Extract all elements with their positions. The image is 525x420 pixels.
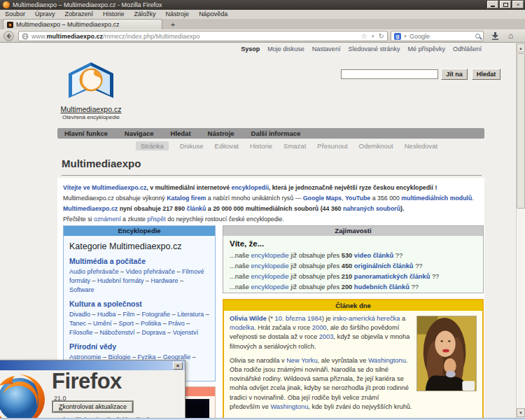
personal-link-prispevky[interactable]: Mé příspěvky <box>407 46 445 52</box>
wiki-search-input[interactable] <box>341 69 438 79</box>
category-multimedia[interactable]: Multimédia a počítače <box>69 257 209 265</box>
go-button[interactable]: Jít na <box>441 69 468 80</box>
site-logo[interactable]: Multimediaexpo.cz Otevřená encyklopedie <box>59 62 122 120</box>
nav-hledat[interactable]: Hledat <box>171 130 191 137</box>
page-title: Multimediaexpo <box>62 158 141 169</box>
site-identity-globe-icon <box>22 33 29 40</box>
url-dropdown-icon[interactable]: ▼ <box>371 33 375 40</box>
fact-line: ...naše encyklopedie již obsahuje přes 4… <box>230 261 477 272</box>
menu-zalozky[interactable]: Záložky <box>130 10 161 19</box>
tab-smazat[interactable]: Smazat <box>284 142 306 150</box>
new-tab-button[interactable]: + <box>167 20 179 29</box>
menu-napoveda[interactable]: Nápověda <box>194 10 232 19</box>
back-button[interactable] <box>4 31 14 41</box>
browser-window: Multimediaexpo – Multimediaexpo.cz - Moz… <box>0 0 525 420</box>
menu-soubor[interactable]: Soubor <box>0 10 30 19</box>
personal-link-odhlaseni[interactable]: Odhlášení <box>453 46 482 52</box>
tab-historie[interactable]: Historie <box>250 142 272 150</box>
dialog-close-icon[interactable]: × <box>173 362 183 370</box>
tab-stranka[interactable]: Stránka <box>136 141 169 150</box>
google-engine-icon[interactable]: g <box>394 33 401 40</box>
dialog-app-name: Firefox <box>52 369 122 394</box>
site-logo-subtitle: Otevřená encyklopedie <box>59 114 122 120</box>
tab-editovat[interactable]: Editovat <box>215 142 239 150</box>
scrollbar-thumb[interactable] <box>517 53 525 209</box>
browser-search-box[interactable]: g ▼ <box>391 31 484 41</box>
engine-dropdown-icon[interactable]: ▼ <box>403 33 407 40</box>
page-action-tabs: Stránka Diskuse Editovat Historie Smazat… <box>57 141 484 150</box>
minimize-button[interactable] <box>487 1 498 8</box>
menu-upravy[interactable]: Úpravy <box>30 10 60 19</box>
menu-bar: Soubor Úpravy Zobrazení Historie Záložky… <box>0 10 525 19</box>
tab-diskuse[interactable]: Diskuse <box>180 142 204 150</box>
zajimavosti-header: Zajímavosti <box>223 226 483 236</box>
firefox-logo <box>0 372 47 420</box>
wiki-nav-strip: Hlavní funkce Navigace Hledat Nástroje D… <box>57 128 484 139</box>
clanek-dne-header: Článek dne <box>224 300 482 311</box>
about-firefox-dialog: × Firefox 21.0 Zkontrolovat aktualizace … <box>0 360 186 420</box>
url-bar[interactable]: www.multimediaexpo.cz/mmecz/index.php/Mu… <box>18 31 388 41</box>
tab-nesledovat[interactable]: Nesledovat <box>405 142 438 150</box>
category-kultura[interactable]: Kultura a společnost <box>69 300 209 308</box>
search-button[interactable]: Hledat <box>472 69 500 80</box>
url-text: www.multimediaexpo.cz/mmecz/index.php/Mu… <box>31 33 358 40</box>
window-title: Multimediaexpo – Multimediaexpo.cz - Moz… <box>13 0 162 10</box>
personal-link-moje-diskuse[interactable]: Moje diskuse <box>267 46 304 52</box>
personal-link-sledovane[interactable]: Sledované stránky <box>348 46 400 52</box>
tab-bar: Multimediaexpo – Multimediaexpo.cz + <box>0 19 525 29</box>
category-links[interactable]: Divadlo – Hudba – Film – Fotografie – Li… <box>69 310 209 337</box>
encyklopedie-header: Encyklopedie <box>64 226 215 236</box>
personal-links: Sysop Moje diskuse Nastavení Sledované s… <box>241 46 482 52</box>
encyklopedie-box: Encyklopedie Kategorie Multimediaexpo.cz… <box>63 225 216 382</box>
site-logo-title[interactable]: Multimediaexpo.cz <box>59 105 122 113</box>
tab-presunout[interactable]: Přesunout <box>317 142 347 150</box>
zajimavosti-box: Zajímavosti Víte, že... ...naše encyklop… <box>223 225 484 293</box>
reload-icon[interactable]: ↻ <box>379 33 384 40</box>
nav-nastroje[interactable]: Nástroje <box>208 130 234 137</box>
tab-favicon <box>7 22 13 28</box>
menu-historie[interactable]: Historie <box>98 10 130 19</box>
olivia-wilde-photo[interactable] <box>416 316 477 391</box>
bookmark-star-icon[interactable]: ☆ <box>361 33 368 40</box>
category-links[interactable]: Audio přehrávače – Video přehrávače – Fi… <box>69 267 209 295</box>
scroll-up-icon[interactable]: ▲ <box>517 43 525 52</box>
tab-odemknout[interactable]: Odemknout <box>359 142 393 150</box>
intro-line-3: Multimediaexpo.cz nyní obsahuje 217 890 … <box>63 204 479 214</box>
tab-title: Multimediaexpo – Multimediaexpo.cz <box>16 21 120 28</box>
menu-zobrazeni[interactable]: Zobrazení <box>60 10 99 19</box>
navigation-toolbar: www.multimediaexpo.cz/mmecz/index.php/Mu… <box>0 29 525 43</box>
vite-ze-heading: Víte, že... <box>230 239 477 248</box>
close-button[interactable]: × <box>512 1 524 8</box>
fact-line: ...naše encyklopedie již obsahuje přes 2… <box>230 282 477 293</box>
categories-heading: Kategorie Multimediaexpo.cz <box>69 241 209 251</box>
nav-navigace[interactable]: Navigace <box>125 130 154 137</box>
intro-line-1: Vítejte ve Multimediaexpo.cz, v multimed… <box>63 183 479 193</box>
browser-tab[interactable]: Multimediaexpo – Multimediaexpo.cz <box>3 19 162 29</box>
browser-search-input[interactable] <box>410 33 473 40</box>
downloads-button[interactable] <box>491 31 499 42</box>
intro-line-2: Multimediaexpo.cz obsahuje výkonný Katal… <box>63 193 479 204</box>
category-prirodni-vedy[interactable]: Přírodní vědy <box>69 342 209 351</box>
scroll-down-icon[interactable]: ▼ <box>517 408 525 417</box>
personal-link-sysop[interactable]: Sysop <box>241 46 260 52</box>
nav-hlavni-funkce[interactable]: Hlavní funkce <box>64 130 108 137</box>
clanek-dne-box: Článek dne Olivia Wilde <box>223 299 484 420</box>
site-logo-icon <box>66 62 115 101</box>
intro-line-4: Přečtěte si oznámení a zkuste přispět do… <box>63 214 479 225</box>
nav-dalsi-informace[interactable]: Další informace <box>251 130 301 137</box>
titlebar: Multimediaexpo – Multimediaexpo.cz - Moz… <box>0 0 525 10</box>
title-rule <box>62 175 482 176</box>
firefox-app-icon <box>3 1 10 8</box>
restore-button[interactable] <box>500 1 511 8</box>
menu-nastroje[interactable]: Nástroje <box>161 10 195 19</box>
intro-block: Vítejte ve Multimediaexpo.cz, v multimed… <box>57 178 484 225</box>
personal-link-nastaveni[interactable]: Nastavení <box>312 46 341 52</box>
back-arrow-icon <box>6 33 12 39</box>
download-arrow-icon <box>491 31 499 40</box>
magnifier-icon[interactable] <box>475 34 480 38</box>
check-updates-button[interactable]: Zkontrolovat aktualizace <box>52 401 133 412</box>
vertical-scrollbar[interactable]: ▲ ▼ <box>516 43 525 420</box>
home-button[interactable]: ⌂ <box>508 31 513 41</box>
fact-line: ...naše encyklopedie již obsahuje přes 2… <box>230 272 477 282</box>
fact-line: ...naše encyklopedie již obsahuje přes 5… <box>230 251 477 261</box>
